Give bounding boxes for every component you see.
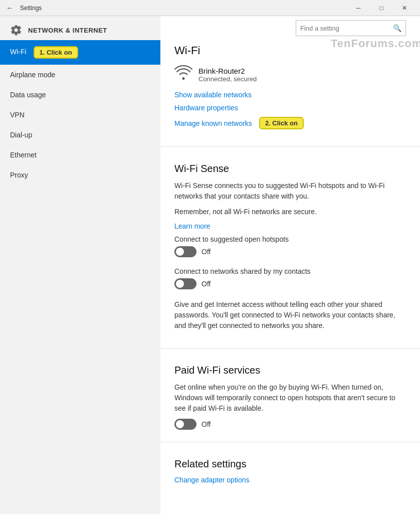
manage-known-row: Manage known networks 2. Click on [174, 117, 406, 129]
paid-wifi-toggle[interactable] [174, 419, 196, 430]
window-controls: ─ □ ✕ [347, 0, 416, 16]
network-item: Brink-Router2 Connected, secured [174, 65, 406, 84]
maximize-button[interactable]: □ [370, 0, 393, 16]
sidebar-item-airplane[interactable]: Airplane mode [0, 65, 160, 85]
wifi-connected-icon [174, 65, 192, 84]
sidebar-item-proxy-label: Proxy [10, 171, 28, 179]
wifi-sense-description: Wi-Fi Sense connects you to suggested Wi… [174, 181, 406, 202]
app-container: NETWORK & INTERNET Wi-Fi 1. Click on Air… [0, 16, 420, 514]
sidebar-nav: Wi-Fi 1. Click on Airplane mode Data usa… [0, 40, 160, 514]
back-button[interactable]: ← [4, 2, 16, 15]
wifi-sense-reminder: Remember, not all Wi-Fi networks are sec… [174, 207, 406, 217]
sidebar-item-data-label: Data usage [10, 91, 46, 99]
wifi-section: Wi-Fi Brink-Router2 Connected, secured [160, 36, 420, 142]
change-adapter-options-link[interactable]: Change adapter options [174, 476, 406, 484]
toggle-2[interactable] [174, 278, 196, 289]
search-icon: 🔍 [393, 24, 401, 32]
annotation-1: 1. Click on [34, 46, 78, 59]
sidebar-item-data[interactable]: Data usage [0, 85, 160, 105]
sidebar-item-ethernet[interactable]: Ethernet [0, 145, 160, 165]
wifi-sense-section: Wi-Fi Sense Wi-Fi Sense connects you to … [160, 155, 420, 344]
page-title: Wi-Fi [174, 44, 406, 57]
gear-icon [10, 24, 22, 36]
divider-3 [160, 442, 420, 442]
toggle-1-container: Off [174, 246, 406, 257]
learn-more-link[interactable]: Learn more [174, 222, 406, 230]
sidebar-item-ethernet-label: Ethernet [10, 151, 37, 159]
wifi-sense-extra: Give and get Internet access without tel… [174, 299, 406, 331]
title-bar-left: ← Settings [4, 2, 347, 15]
toggle-2-row: Connect to networks shared by my contact… [174, 267, 406, 289]
show-available-networks-link[interactable]: Show available networks [174, 91, 406, 99]
sidebar-item-wifi-label: Wi-Fi [10, 48, 27, 56]
paid-wifi-title: Paid Wi-Fi services [174, 365, 406, 376]
toggle-2-state: Off [201, 280, 211, 288]
divider-1 [160, 146, 420, 147]
sidebar-item-proxy[interactable]: Proxy [0, 165, 160, 185]
sidebar-header: NETWORK & INTERNET [0, 16, 160, 40]
close-button[interactable]: ✕ [393, 0, 416, 16]
toggle-2-label: Connect to networks shared by my contact… [174, 267, 406, 275]
main-content: TenForums.com 🔍 Wi-Fi [160, 16, 420, 514]
toggle-1-row: Connect to suggested open hotspots Off [174, 235, 406, 257]
title-bar: ← Settings ─ □ ✕ [0, 0, 420, 16]
minimize-button[interactable]: ─ [347, 0, 370, 16]
toggle-1[interactable] [174, 246, 196, 257]
toggle-1-knob [176, 248, 184, 256]
sidebar-item-dialup[interactable]: Dial-up [0, 125, 160, 145]
search-bar-row: 🔍 [160, 16, 420, 36]
sidebar: NETWORK & INTERNET Wi-Fi 1. Click on Air… [0, 16, 160, 514]
sidebar-item-airplane-label: Airplane mode [10, 71, 55, 79]
search-input[interactable] [300, 25, 393, 32]
paid-wifi-section: Paid Wi-Fi services Get online when you'… [160, 357, 420, 438]
hardware-properties-link[interactable]: Hardware properties [174, 104, 406, 112]
search-bar: 🔍 [296, 20, 406, 36]
divider-2 [160, 348, 420, 349]
toggle-1-state: Off [201, 248, 211, 256]
paid-wifi-description: Get online when you're on the go by buyi… [174, 382, 406, 414]
related-settings-title: Related settings [174, 458, 406, 470]
manage-known-networks-link[interactable]: Manage known networks [174, 119, 252, 127]
paid-wifi-toggle-container: Off [174, 419, 406, 430]
wifi-sense-title: Wi-Fi Sense [174, 163, 406, 175]
related-settings-section: Related settings Change adapter options [160, 450, 420, 497]
toggle-1-label: Connect to suggested open hotspots [174, 235, 406, 243]
paid-wifi-toggle-state: Off [201, 420, 211, 428]
network-status: Connected, secured [198, 75, 257, 83]
sidebar-app-title: NETWORK & INTERNET [28, 27, 107, 34]
paid-wifi-toggle-knob [176, 420, 184, 428]
sidebar-item-wifi[interactable]: Wi-Fi 1. Click on [0, 40, 160, 65]
annotation-2: 2. Click on [259, 117, 304, 129]
sidebar-item-vpn-label: VPN [10, 111, 25, 119]
sidebar-item-dialup-label: Dial-up [10, 131, 32, 139]
window-title: Settings [20, 5, 42, 12]
network-info: Brink-Router2 Connected, secured [198, 67, 257, 83]
network-name: Brink-Router2 [198, 67, 257, 75]
toggle-2-knob [176, 280, 184, 288]
sidebar-item-vpn[interactable]: VPN [0, 105, 160, 125]
toggle-2-container: Off [174, 278, 406, 289]
